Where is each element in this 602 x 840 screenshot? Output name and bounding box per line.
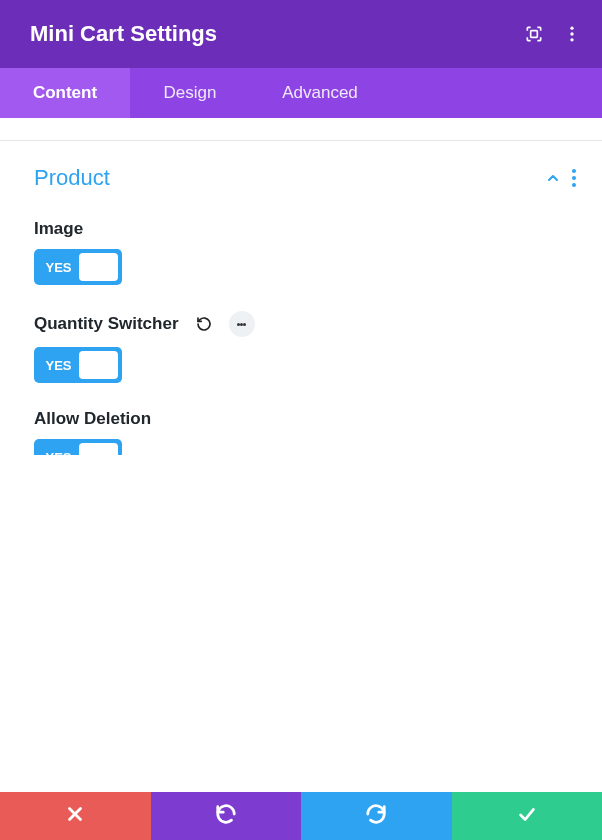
- field-allow-deletion: Allow Deletion YES: [34, 409, 568, 455]
- chevron-up-icon[interactable]: [544, 169, 562, 187]
- section-product-body: Image YES Quantity Switcher: [0, 215, 602, 455]
- field-quantity-switcher-label: Quantity Switcher: [34, 314, 179, 334]
- confirm-button[interactable]: [452, 792, 603, 840]
- svg-point-2: [570, 32, 573, 35]
- redo-icon: [365, 803, 387, 830]
- tab-design[interactable]: Design: [130, 68, 250, 118]
- section-more-icon[interactable]: [572, 169, 578, 187]
- field-quantity-switcher-toggle[interactable]: YES: [34, 347, 122, 383]
- action-bar: [0, 792, 602, 840]
- field-image-toggle[interactable]: YES: [34, 249, 122, 285]
- header-more-icon[interactable]: [562, 24, 582, 44]
- field-image-label: Image: [34, 219, 83, 239]
- section-product-controls: [544, 169, 578, 187]
- section-product: Product Image YES: [0, 141, 602, 455]
- undo-button[interactable]: [151, 792, 302, 840]
- settings-panel: Mini Cart Settings Content Design Advanc…: [0, 0, 602, 840]
- tab-content[interactable]: Content: [0, 68, 130, 118]
- toggle-state: YES: [38, 358, 79, 373]
- svg-point-1: [570, 27, 573, 30]
- expand-icon[interactable]: [524, 24, 544, 44]
- tab-advanced[interactable]: Advanced: [250, 68, 390, 118]
- header: Mini Cart Settings: [0, 0, 602, 68]
- svg-point-3: [570, 38, 573, 41]
- toggle-knob: [79, 351, 118, 379]
- field-allow-deletion-toggle[interactable]: YES: [34, 439, 122, 455]
- reset-icon[interactable]: [191, 311, 217, 337]
- field-allow-deletion-label: Allow Deletion: [34, 409, 151, 429]
- check-icon: [516, 803, 538, 830]
- section-product-header[interactable]: Product: [0, 141, 602, 215]
- redo-button[interactable]: [301, 792, 452, 840]
- section-product-title: Product: [34, 165, 110, 191]
- page-title: Mini Cart Settings: [30, 21, 217, 47]
- cancel-button[interactable]: [0, 792, 151, 840]
- field-quantity-switcher: Quantity Switcher YES: [34, 311, 568, 383]
- toggle-knob: [79, 443, 118, 455]
- svg-rect-0: [531, 31, 538, 38]
- close-icon: [64, 803, 86, 830]
- toggle-knob: [79, 253, 118, 281]
- undo-icon: [215, 803, 237, 830]
- content-area: Product Image YES: [0, 118, 602, 455]
- field-more-icon[interactable]: [229, 311, 255, 337]
- field-image: Image YES: [34, 219, 568, 285]
- tab-bar: Content Design Advanced: [0, 68, 602, 118]
- header-actions: [524, 24, 582, 44]
- toggle-state: YES: [38, 260, 79, 275]
